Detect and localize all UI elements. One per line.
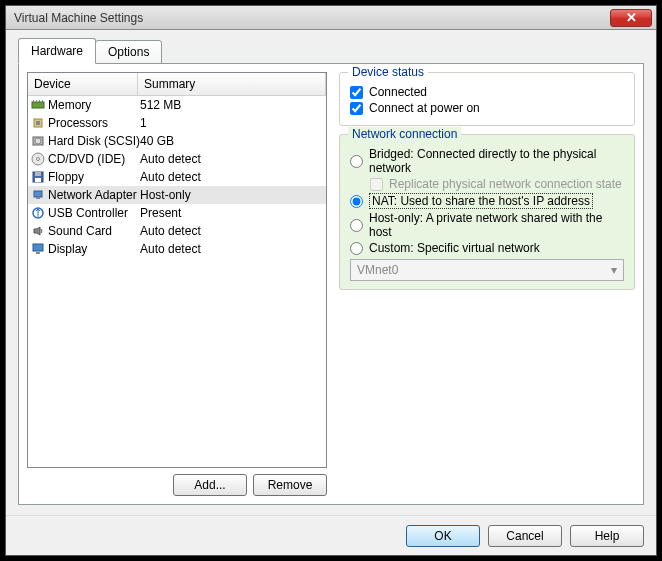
close-button[interactable]: ✕ <box>610 9 652 27</box>
device-summary: Present <box>140 206 324 220</box>
device-name: Network Adapter <box>48 188 140 202</box>
device-row[interactable]: FloppyAuto detect <box>28 168 326 186</box>
device-name: Processors <box>48 116 140 130</box>
device-row[interactable]: Sound CardAuto detect <box>28 222 326 240</box>
cpu-icon <box>30 115 46 131</box>
svg-rect-0 <box>32 102 44 108</box>
custom-row[interactable]: Custom: Specific virtual network <box>350 241 624 255</box>
svg-rect-13 <box>35 178 41 182</box>
col-header-device[interactable]: Device <box>28 73 138 95</box>
col-header-summary[interactable]: Summary <box>138 73 326 95</box>
device-row[interactable]: Network AdapterHost-only <box>28 186 326 204</box>
power-on-row[interactable]: Connect at power on <box>350 101 624 115</box>
cancel-button[interactable]: Cancel <box>488 525 562 547</box>
window-title: Virtual Machine Settings <box>14 11 610 25</box>
device-summary: 40 GB <box>140 134 324 148</box>
device-summary: Host-only <box>140 188 324 202</box>
remove-button[interactable]: Remove <box>253 474 327 496</box>
vmnet-select: VMnet0 ▾ <box>350 259 624 281</box>
device-row[interactable]: CD/DVD (IDE)Auto detect <box>28 150 326 168</box>
power-on-checkbox[interactable] <box>350 102 363 115</box>
device-summary: Auto detect <box>140 242 324 256</box>
device-status-group: Device status Connected Connect at power… <box>339 72 635 126</box>
titlebar: Virtual Machine Settings ✕ <box>6 6 656 30</box>
bridged-row[interactable]: Bridged: Connected directly to the physi… <box>350 147 624 175</box>
custom-radio[interactable] <box>350 242 363 255</box>
replicate-label: Replicate physical network connection st… <box>389 177 622 191</box>
device-list[interactable]: Device Summary Memory512 MBProcessors1Ha… <box>27 72 327 468</box>
svg-rect-17 <box>33 244 43 251</box>
cd-icon <box>30 151 46 167</box>
network-connection-group: Network connection Bridged: Connected di… <box>339 134 635 290</box>
power-on-label: Connect at power on <box>369 101 480 115</box>
display-icon <box>30 241 46 257</box>
nat-radio[interactable] <box>350 195 363 208</box>
ok-button[interactable]: OK <box>406 525 480 547</box>
add-button[interactable]: Add... <box>173 474 247 496</box>
device-summary: Auto detect <box>140 224 324 238</box>
device-summary: 512 MB <box>140 98 324 112</box>
hostonly-row[interactable]: Host-only: A private network shared with… <box>350 211 624 239</box>
floppy-icon <box>30 169 46 185</box>
chevron-down-icon: ▾ <box>611 263 617 277</box>
device-summary: Auto detect <box>140 170 324 184</box>
nat-label: NAT: Used to share the host's IP address <box>369 193 593 209</box>
network-legend: Network connection <box>348 127 461 141</box>
connected-label: Connected <box>369 85 427 99</box>
list-header: Device Summary <box>28 73 326 96</box>
svg-rect-14 <box>34 191 42 197</box>
sound-icon <box>30 223 46 239</box>
svg-point-8 <box>35 138 41 144</box>
svg-point-10 <box>37 158 40 161</box>
device-summary: 1 <box>140 116 324 130</box>
svg-rect-15 <box>36 197 40 199</box>
device-name: CD/DVD (IDE) <box>48 152 140 166</box>
device-name: Sound Card <box>48 224 140 238</box>
svg-rect-12 <box>35 172 41 176</box>
vmnet-value: VMnet0 <box>357 263 398 277</box>
device-status-legend: Device status <box>348 65 428 79</box>
device-row[interactable]: Processors1 <box>28 114 326 132</box>
bridged-label: Bridged: Connected directly to the physi… <box>369 147 624 175</box>
device-name: Memory <box>48 98 140 112</box>
device-row[interactable]: DisplayAuto detect <box>28 240 326 258</box>
svg-rect-3 <box>39 100 40 102</box>
replicate-row: Replicate physical network connection st… <box>370 177 624 191</box>
connected-row[interactable]: Connected <box>350 85 624 99</box>
device-name: Display <box>48 242 140 256</box>
svg-rect-4 <box>42 100 43 102</box>
tabs: Hardware Options <box>18 40 644 64</box>
custom-label: Custom: Specific virtual network <box>369 241 540 255</box>
device-name: USB Controller <box>48 206 140 220</box>
svg-rect-6 <box>36 121 40 125</box>
device-name: Floppy <box>48 170 140 184</box>
device-name: Hard Disk (SCSI) <box>48 134 140 148</box>
device-row[interactable]: Hard Disk (SCSI)40 GB <box>28 132 326 150</box>
bridged-radio[interactable] <box>350 155 363 168</box>
tab-hardware[interactable]: Hardware <box>18 38 96 64</box>
hdd-icon <box>30 133 46 149</box>
device-row[interactable]: Memory512 MB <box>28 96 326 114</box>
tab-options[interactable]: Options <box>95 40 162 64</box>
device-row[interactable]: USB ControllerPresent <box>28 204 326 222</box>
nat-row[interactable]: NAT: Used to share the host's IP address <box>350 193 624 209</box>
help-button[interactable]: Help <box>570 525 644 547</box>
dialog-footer: OK Cancel Help <box>6 515 656 555</box>
connected-checkbox[interactable] <box>350 86 363 99</box>
svg-rect-1 <box>33 100 34 102</box>
replicate-checkbox <box>370 178 383 191</box>
close-icon: ✕ <box>626 11 637 24</box>
hostonly-label: Host-only: A private network shared with… <box>369 211 624 239</box>
svg-rect-18 <box>36 252 40 254</box>
tab-panel-hardware: Device Summary Memory512 MBProcessors1Ha… <box>18 63 644 505</box>
usb-icon <box>30 205 46 221</box>
net-icon <box>30 187 46 203</box>
device-summary: Auto detect <box>140 152 324 166</box>
svg-rect-2 <box>36 100 37 102</box>
memory-icon <box>30 97 46 113</box>
hostonly-radio[interactable] <box>350 219 363 232</box>
